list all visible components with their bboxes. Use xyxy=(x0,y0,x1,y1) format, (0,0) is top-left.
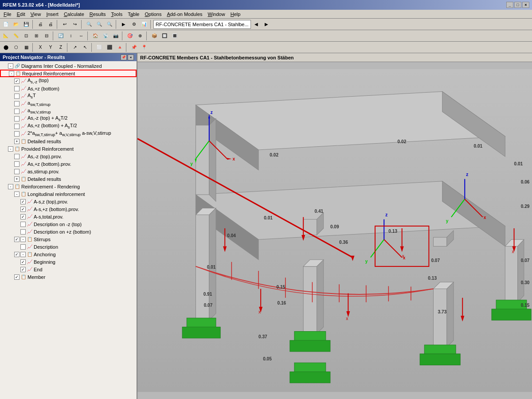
tree-required-reinforcement[interactable]: - 📋 Required Reinforcement xyxy=(0,70,137,77)
tb2-7[interactable]: ↕ xyxy=(66,31,76,41)
cb-as-z-bottom[interactable] xyxy=(14,86,20,91)
tree-end[interactable]: 📈 End xyxy=(0,266,137,273)
expand-rein-render[interactable]: - xyxy=(8,184,13,189)
tree-detailed-2[interactable]: + 📋 Detailed results xyxy=(0,175,137,183)
tb3-10[interactable]: ⬛ xyxy=(105,43,114,52)
tree-a-s-top[interactable]: 📈 A-s,z (top),prov. xyxy=(0,198,137,205)
maximize-button[interactable]: □ xyxy=(514,2,521,8)
cb-as-stirrup-prov[interactable] xyxy=(14,169,20,174)
tree-asztop-ast2[interactable]: 📈 As,-z (top) + AsT/2 xyxy=(0,115,137,122)
tree-a-s-bottom[interactable]: 📈 A-s,+z (bottom),prov. xyxy=(0,205,137,213)
tb-btn3[interactable]: 📊 xyxy=(139,20,149,29)
tb-redo[interactable]: ↪ xyxy=(70,20,80,29)
expand-longitudinal[interactable]: - xyxy=(14,192,20,197)
tb-btn2[interactable]: ⚙ xyxy=(129,20,139,29)
tb3-7[interactable]: ↗ xyxy=(70,43,80,52)
tb2-1[interactable]: 📐 xyxy=(1,31,11,41)
tb-print[interactable]: 🖨 xyxy=(35,20,45,29)
tb2-9[interactable]: 🏠 xyxy=(90,31,100,41)
viewport[interactable]: RF-CONCRETE Members CA1 - Stahlbetonbeme… xyxy=(137,53,532,399)
tb2-11[interactable]: 📷 xyxy=(111,31,121,41)
tree-asw-v[interactable]: 📈 asw,V,stirrup xyxy=(0,107,137,115)
expand-req-rein[interactable]: - xyxy=(9,71,14,76)
cb-member[interactable] xyxy=(14,274,20,280)
cb-a-s-bottom[interactable] xyxy=(20,207,26,212)
tree-provided-reinforcement[interactable]: - 📋 Provided Reinforcement xyxy=(0,145,137,153)
tb-new[interactable]: 📄 xyxy=(1,20,11,29)
tree-desc-pos-z[interactable]: 📈 Description on +z (bottom) xyxy=(0,228,137,235)
cb-end[interactable] xyxy=(20,267,26,272)
menu-tools[interactable]: Tools xyxy=(108,11,125,17)
tree-as-z-bottom[interactable]: 📈 As,+z (bottom) xyxy=(0,85,137,92)
tb-save[interactable]: 💾 xyxy=(21,20,31,29)
panel-controls[interactable]: 📌 × xyxy=(121,55,134,60)
menu-addon[interactable]: Add-on Modules xyxy=(164,11,205,17)
menu-help[interactable]: Help xyxy=(228,11,243,17)
menu-table[interactable]: Table xyxy=(125,11,142,17)
tb3-4[interactable]: X xyxy=(35,43,45,52)
tb-next[interactable]: ▶ xyxy=(262,20,271,29)
tb3-3[interactable]: ▦ xyxy=(21,43,31,52)
tb2-2[interactable]: 📏 xyxy=(11,31,21,41)
cb-beginning[interactable] xyxy=(20,259,26,265)
tb3-1[interactable]: ⬤ xyxy=(1,43,11,52)
menu-calculate[interactable]: Calculate xyxy=(61,11,87,17)
3d-scene[interactable]: y x z y x z y x xyxy=(137,62,532,399)
cb-asw-v[interactable] xyxy=(14,109,20,114)
cb-a-s-total[interactable] xyxy=(20,214,26,219)
tb-print-prev[interactable]: 🖨 xyxy=(46,20,55,29)
cb-anchoring-parent[interactable] xyxy=(14,252,20,257)
cb-as-z-bot-prov[interactable] xyxy=(14,161,20,167)
menu-options[interactable]: Options xyxy=(142,11,164,17)
tree-as-z-bot-prov[interactable]: 📈 As,+z (bottom).prov. xyxy=(0,160,137,168)
module-dropdown[interactable]: RF-CONCRETE Members CA1 - Stahlbe... xyxy=(153,20,251,29)
tb3-2[interactable]: ⬡ xyxy=(11,43,21,52)
tb2-10[interactable]: 📡 xyxy=(101,31,110,41)
tree-anchoring[interactable]: - 📋 Anchoring xyxy=(0,250,137,258)
cb-desc-neg-z[interactable] xyxy=(20,222,26,227)
expand-detailed-1[interactable]: + xyxy=(14,139,20,144)
cb-aszbot-ast2[interactable] xyxy=(14,124,20,129)
tb2-6[interactable]: 🔄 xyxy=(56,31,66,41)
tb2-4[interactable]: ⊞ xyxy=(31,31,41,41)
tree-as-stirrup-prov[interactable]: 📈 as,stirrup.prov. xyxy=(0,168,137,175)
panel-close[interactable]: × xyxy=(128,55,134,60)
tb2-15[interactable]: 🔲 xyxy=(160,31,169,41)
tree-ast[interactable]: 📈 AsT xyxy=(0,92,137,100)
tb3-12[interactable]: 📌 xyxy=(129,43,139,52)
tb3-6[interactable]: Z xyxy=(56,43,66,52)
tree-desc-neg-z[interactable]: 📈 Description on -z (top) xyxy=(0,220,137,228)
menu-edit[interactable]: Edit xyxy=(14,11,28,17)
tb3-8[interactable]: ↖ xyxy=(80,43,90,52)
tb3-13[interactable]: 📍 xyxy=(139,43,149,52)
tb-prev[interactable]: ◀ xyxy=(251,20,261,29)
menu-insert[interactable]: Insert xyxy=(43,11,61,17)
tb-open[interactable]: 📂 xyxy=(11,20,21,29)
cb-stirrups-desc[interactable] xyxy=(20,244,26,250)
tree-rein-rendering[interactable]: - 📋 Reinforcement - Rendering xyxy=(0,183,137,190)
menu-window[interactable]: Window xyxy=(205,11,228,17)
tb2-16[interactable]: 🔳 xyxy=(170,31,180,41)
tree-diagrams[interactable]: - 🔗 Diagrams Inter Coupled - Normalized xyxy=(0,62,137,70)
tree-member[interactable]: 📋 Member xyxy=(0,273,137,281)
menu-view[interactable]: View xyxy=(28,11,44,17)
menu-file[interactable]: File xyxy=(1,11,14,17)
tb-zoom-in[interactable]: 🔍 xyxy=(94,20,104,29)
tb2-5[interactable]: ⊟ xyxy=(42,31,51,41)
expand-prov-rein[interactable]: - xyxy=(8,146,13,152)
cb-desc-pos-z[interactable] xyxy=(20,229,26,235)
cb-stirrups-parent[interactable] xyxy=(14,237,20,242)
tb-zoom-out[interactable]: 🔍 xyxy=(105,20,114,29)
tb2-3[interactable]: ⊡ xyxy=(21,31,31,41)
tb3-9[interactable]: ⬜ xyxy=(94,43,104,52)
minimize-button[interactable]: _ xyxy=(506,2,513,8)
panel-pin[interactable]: 📌 xyxy=(121,55,127,60)
tree-beginning[interactable]: 📈 Beginning xyxy=(0,258,137,266)
tb3-5[interactable]: Y xyxy=(46,43,55,52)
expand-detailed-2[interactable]: + xyxy=(14,176,20,182)
tb3-11[interactable]: 🔺 xyxy=(115,43,125,52)
tb2-8[interactable]: ↔ xyxy=(76,31,86,41)
tb-btn1[interactable]: ▶ xyxy=(119,20,129,29)
cb-as-z-top[interactable] xyxy=(14,78,20,84)
cb-a-s-top[interactable] xyxy=(20,199,26,204)
